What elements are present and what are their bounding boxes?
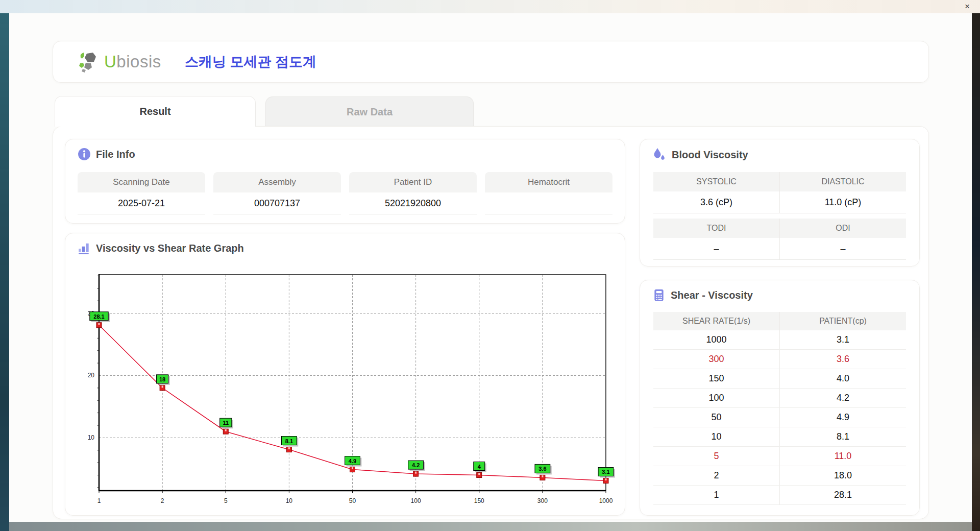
shear-rate-cell: 100: [653, 389, 779, 407]
shear-rate-cell: 50: [653, 408, 779, 427]
tab-result[interactable]: Result: [55, 96, 256, 127]
odi-header: ODI: [779, 219, 906, 238]
svg-text:20: 20: [88, 372, 95, 379]
svg-text:11: 11: [223, 420, 229, 426]
shear-rate-cell: 1000: [653, 330, 779, 349]
blood-viscosity-title: Blood Viscosity: [672, 149, 748, 161]
svg-text:4.2: 4.2: [412, 462, 420, 468]
desktop-background-left: [0, 13, 9, 531]
blood-viscosity-table: SYSTOLIC DIASTOLIC 3.6 (cP) 11.0 (cP) TO…: [653, 172, 906, 260]
field-label: Scanning Date: [78, 172, 205, 192]
header-card: Ubiosis 스캐닝 모세관 점도계: [53, 41, 929, 83]
patient-cell: 4.9: [779, 408, 906, 427]
svg-text:8.1: 8.1: [285, 438, 293, 444]
tab-raw-data[interactable]: Raw Data: [265, 96, 474, 127]
diastolic-value: 11.0 (cP): [779, 191, 906, 213]
field-patient-id: Patient ID 52021920800: [349, 172, 477, 214]
patient-cell: 4.2: [779, 389, 906, 407]
patient-cell: 3.6: [779, 350, 906, 369]
svg-text:300: 300: [537, 497, 548, 504]
patient-cell: 18.0: [779, 466, 906, 485]
field-value: 2025-07-21: [78, 192, 205, 214]
patient-cell: 11.0: [779, 447, 906, 466]
field-value: 52021920800: [349, 192, 477, 214]
svg-text:1: 1: [97, 497, 101, 504]
shear-rate-cell: 1: [653, 486, 779, 504]
table-row: 1000 3.1: [653, 330, 906, 350]
field-label: Assembly: [213, 172, 341, 192]
viscosity-graph-card: Viscosity vs Shear Rate Graph 1020301251…: [65, 233, 625, 516]
shear-rate-column-header: SHEAR RATE(1/s): [653, 312, 779, 330]
graph-title: Viscosity vs Shear Rate Graph: [96, 243, 244, 254]
systolic-header: SYSTOLIC: [653, 172, 779, 191]
svg-text:3.1: 3.1: [602, 469, 609, 475]
brand-text: Ubiosis: [104, 52, 161, 71]
svg-text:3.6: 3.6: [538, 466, 546, 472]
ubiosis-logo: Ubiosis: [77, 50, 161, 74]
svg-text:18: 18: [159, 376, 165, 382]
info-icon: [78, 148, 91, 161]
bar-chart-icon: [78, 242, 91, 255]
close-icon[interactable]: ×: [962, 1, 973, 12]
table-row: 100 4.2: [653, 389, 906, 408]
field-assembly: Assembly 000707137: [213, 172, 341, 214]
application-window: × Ubiosis 스캐닝 모세관 점도계 Result Raw Data: [0, 0, 980, 531]
shear-rate-cell: 2: [653, 466, 779, 485]
shear-viscosity-title: Shear - Viscosity: [671, 289, 753, 301]
patient-column-header: PATIENT(cp): [779, 312, 906, 330]
table-row: 10 8.1: [653, 427, 906, 447]
desktop-background-bottom: [9, 522, 972, 531]
patient-cell: 28.1: [779, 486, 906, 504]
shear-rate-cell: 150: [653, 369, 779, 388]
table-row: 1 28.1: [653, 486, 906, 505]
shear-rate-cell: 5: [653, 447, 779, 466]
todi-value: –: [653, 238, 779, 260]
svg-text:10: 10: [286, 497, 293, 504]
bv-value-row2: – –: [653, 238, 906, 260]
diastolic-header: DIASTOLIC: [779, 172, 906, 191]
svg-text:1000: 1000: [599, 497, 613, 504]
shear-rate-cell: 10: [653, 427, 779, 446]
table-row: 50 4.9: [653, 408, 906, 427]
ubiosis-logo-icon: [77, 51, 100, 73]
field-label: Patient ID: [349, 172, 477, 192]
patient-cell: 8.1: [779, 427, 906, 446]
bv-header-row2: TODI ODI: [653, 219, 906, 238]
table-row: 2 18.0: [653, 466, 906, 486]
svg-text:28.1: 28.1: [93, 313, 104, 320]
file-info-fields: Scanning Date 2025-07-21 Assembly 000707…: [78, 172, 612, 214]
file-info-card: File Info Scanning Date 2025-07-21 Assem…: [65, 139, 625, 224]
table-row: 300 3.6: [653, 350, 906, 369]
field-value: [485, 192, 612, 214]
svg-text:100: 100: [411, 497, 421, 504]
svg-text:4.9: 4.9: [349, 458, 356, 464]
bv-header-row: SYSTOLIC DIASTOLIC: [653, 172, 906, 191]
blood-viscosity-card: Blood Viscosity SYSTOLIC DIASTOLIC 3.6 (…: [640, 139, 920, 267]
shear-rate-cell: 300: [653, 350, 779, 369]
todi-header: TODI: [653, 219, 779, 238]
droplets-icon: [652, 148, 667, 162]
page-title: 스캐닝 모세관 점도계: [185, 53, 316, 71]
table-row: 5 11.0: [653, 447, 906, 466]
svg-text:4: 4: [478, 464, 481, 470]
field-hematocrit: Hematocrit: [485, 172, 612, 214]
field-scanning-date: Scanning Date 2025-07-21: [78, 172, 205, 214]
svg-text:5: 5: [224, 497, 228, 504]
table-row: 150 4.0: [653, 369, 906, 389]
odi-value: –: [779, 238, 906, 260]
svg-text:50: 50: [349, 497, 356, 504]
svg-text:2: 2: [161, 497, 164, 504]
window-titlebar: ×: [0, 0, 980, 13]
patient-cell: 4.0: [779, 369, 906, 388]
patient-cell: 3.1: [779, 330, 906, 349]
bv-value-row: 3.6 (cP) 11.0 (cP): [653, 191, 906, 213]
file-info-title: File Info: [96, 149, 135, 160]
svg-text:150: 150: [474, 497, 484, 504]
shear-table-body: 1000 3.1 300 3.6 150 4.0 100 4.2 50 4.9 …: [653, 330, 906, 505]
viscosity-chart: 1020301251050100150300100028.118118.14.9…: [86, 264, 617, 513]
systolic-value: 3.6 (cP): [653, 191, 779, 213]
field-label: Hematocrit: [485, 172, 612, 192]
shear-table-header: SHEAR RATE(1/s) PATIENT(cp): [653, 312, 906, 330]
svg-text:10: 10: [88, 434, 95, 441]
shear-viscosity-table: SHEAR RATE(1/s) PATIENT(cp) 1000 3.1 300…: [653, 312, 906, 505]
